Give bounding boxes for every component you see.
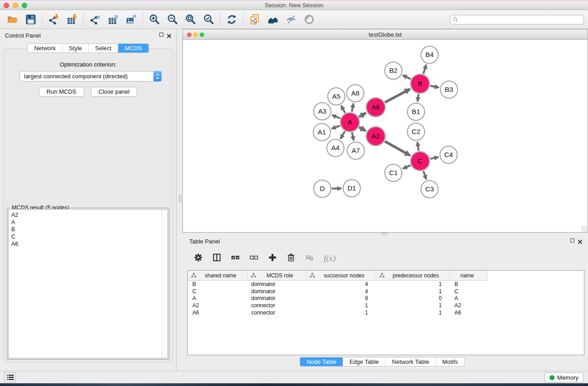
- zoom-in-button[interactable]: [145, 11, 163, 28]
- vertical-divider-handle[interactable]: [179, 195, 183, 202]
- table-tab-node-table[interactable]: Node Table: [300, 357, 343, 366]
- mcds-result-item[interactable]: B: [11, 226, 162, 233]
- minimize-window-button[interactable]: [13, 3, 18, 8]
- show-columns-button[interactable]: [212, 253, 221, 264]
- table-tab-network-table[interactable]: Network Table: [385, 357, 435, 366]
- table-row-A[interactable]: Adominator80A: [188, 295, 584, 302]
- graph-node-D[interactable]: D: [314, 180, 331, 197]
- apply-layout-button[interactable]: [223, 11, 241, 28]
- table-row-A6[interactable]: A6connector11A6: [188, 309, 584, 316]
- search-input[interactable]: [459, 16, 583, 24]
- float-panel-icon[interactable]: [159, 33, 163, 37]
- graph-node-A1[interactable]: A1: [313, 124, 330, 141]
- maximize-view-button[interactable]: [200, 33, 204, 37]
- table-row-A2[interactable]: A2connector11A2: [188, 302, 584, 309]
- tab-style[interactable]: Style: [62, 44, 88, 52]
- zoom-fit-button[interactable]: [182, 11, 200, 28]
- column-header-successor-nodes[interactable]: successor nodes: [306, 271, 376, 281]
- export-image-button[interactable]: [122, 11, 140, 28]
- graph-node-B[interactable]: B: [411, 74, 430, 93]
- graph-node-C4[interactable]: C4: [440, 146, 457, 163]
- graph-node-A8[interactable]: A8: [347, 85, 364, 102]
- task-history-button[interactable]: [5, 372, 16, 382]
- graph-node-C[interactable]: C: [411, 152, 430, 171]
- graph-node-A6[interactable]: A6: [366, 98, 385, 117]
- table-tab-edge-table[interactable]: Edge Table: [343, 357, 385, 366]
- graph-edge-B-B4[interactable]: [423, 65, 426, 74]
- column-header-shared-name[interactable]: shared name: [188, 271, 248, 281]
- table-settings-button[interactable]: [194, 253, 203, 264]
- export-network-button[interactable]: [86, 11, 104, 28]
- delete-column-button[interactable]: [305, 253, 314, 264]
- mcds-result-item[interactable]: C: [11, 233, 162, 240]
- graph-edge-A-A2[interactable]: [359, 127, 366, 131]
- table-row-B[interactable]: Bdominator41B: [188, 281, 584, 288]
- close-window-button[interactable]: [4, 3, 9, 8]
- import-table-button[interactable]: [63, 11, 81, 28]
- import-network-button[interactable]: [45, 11, 63, 28]
- result-scrollbar[interactable]: [162, 210, 167, 358]
- mcds-result-item[interactable]: A6: [11, 240, 162, 248]
- graph-edge-A-A8[interactable]: [352, 104, 354, 112]
- minimize-view-button[interactable]: [193, 33, 198, 37]
- table-row-C[interactable]: Cdominator41C: [188, 288, 584, 295]
- graph-node-C3[interactable]: C3: [421, 181, 438, 198]
- graph-node-A4[interactable]: A4: [327, 139, 344, 157]
- select-all-button[interactable]: [231, 253, 240, 264]
- graph-edge-A6-B[interactable]: [385, 89, 410, 103]
- graph-edge-A-A7[interactable]: [352, 133, 354, 141]
- export-table-button[interactable]: [104, 11, 122, 28]
- tab-select[interactable]: Select: [88, 44, 118, 52]
- run-mcds-button[interactable]: Run MCDS: [39, 87, 84, 97]
- deselect-all-button[interactable]: [249, 253, 258, 264]
- show-all-button[interactable]: [300, 11, 318, 28]
- add-row-button[interactable]: [268, 253, 277, 264]
- graph-node-B1[interactable]: B1: [407, 103, 425, 120]
- delete-rows-button[interactable]: [287, 253, 296, 264]
- graph-edge-C-C4[interactable]: [430, 157, 439, 159]
- graph-node-A2[interactable]: A2: [366, 127, 385, 146]
- column-header-MCDS-role[interactable]: MCDS role: [248, 271, 306, 281]
- graph-node-B4[interactable]: B4: [421, 46, 438, 63]
- graph-node-C2[interactable]: C2: [407, 123, 425, 140]
- float-table-panel-icon[interactable]: [570, 238, 574, 243]
- graph-edge-B-B3[interactable]: [430, 86, 439, 88]
- graph-node-B3[interactable]: B3: [440, 81, 458, 98]
- graph-edge-B-B2[interactable]: [403, 75, 411, 79]
- graph-edge-A-A6[interactable]: [359, 113, 366, 117]
- graph-edge-A-A5[interactable]: [341, 105, 345, 113]
- column-header-name[interactable]: name: [450, 271, 488, 281]
- graph-node-A5[interactable]: A5: [328, 88, 345, 105]
- graph-edge-A-A3[interactable]: [332, 115, 340, 118]
- network-canvas[interactable]: B4B2BB3A5A8A6B1A3AA1C2A2A4A7C4CC1C3DD1: [183, 40, 588, 232]
- graph-edge-C-C1[interactable]: [403, 165, 411, 168]
- save-session-button[interactable]: [22, 11, 40, 28]
- column-header-predecessor-nodes[interactable]: predecessor nodes: [376, 271, 450, 281]
- graph-node-A3[interactable]: A3: [314, 103, 331, 120]
- mcds-result-item[interactable]: A2: [11, 211, 162, 219]
- graph-edge-C-C3[interactable]: [423, 171, 426, 179]
- zoom-selected-button[interactable]: [200, 11, 218, 28]
- graph-node-A7[interactable]: A7: [347, 142, 364, 159]
- close-panel-button[interactable]: Close panel: [91, 87, 138, 97]
- network-window-titlebar[interactable]: testGlobe.txt: [183, 29, 588, 40]
- graph-node-B2[interactable]: B2: [385, 62, 402, 79]
- close-table-panel-icon[interactable]: [578, 238, 583, 243]
- graph-edge-A-A1[interactable]: [332, 126, 340, 129]
- memory-button[interactable]: Memory: [545, 372, 583, 382]
- zoom-out-button[interactable]: [163, 11, 182, 28]
- open-session-button[interactable]: [4, 11, 22, 28]
- duplicate-network-button[interactable]: [246, 11, 264, 28]
- maximize-window-button[interactable]: [22, 3, 27, 8]
- graph-edge-C-C2[interactable]: [417, 142, 419, 151]
- tab-network[interactable]: Network: [28, 44, 62, 52]
- function-builder-button[interactable]: f(x): [324, 253, 335, 263]
- close-panel-icon[interactable]: [167, 32, 172, 37]
- graph-edge-B-B1[interactable]: [417, 94, 418, 101]
- hide-selected-button[interactable]: [282, 11, 300, 28]
- close-view-button[interactable]: [187, 33, 191, 37]
- graph-node-A[interactable]: A: [340, 113, 359, 132]
- graph-edge-A2-C[interactable]: [385, 141, 410, 156]
- graph-node-C1[interactable]: C1: [385, 164, 402, 181]
- first-neighbors-button[interactable]: [264, 11, 282, 28]
